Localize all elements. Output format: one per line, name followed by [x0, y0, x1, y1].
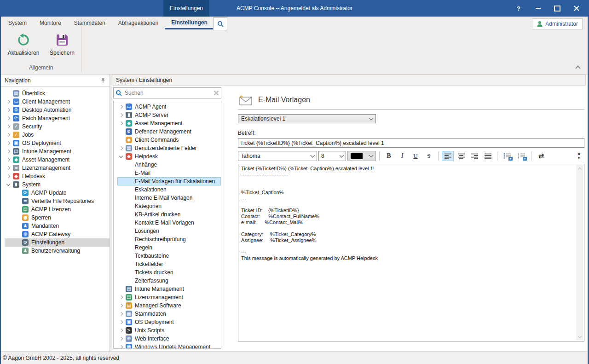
subject-input[interactable] [238, 138, 584, 148]
help-button[interactable]: ? [509, 0, 528, 17]
tree-item-acmp-lizenzen[interactable]: ▤ACMP Lizenzen [1, 205, 110, 214]
tree-item-einstellungen[interactable]: ⚙Einstellungen [1, 238, 110, 247]
tree-item-zeiterfassung[interactable]: Zeiterfassung [114, 277, 221, 285]
email-body-editor[interactable]: Ticket {%TicketID%} (%Ticket_Caption%) e… [238, 164, 584, 341]
tree-item-benutzerdefinierte-felder[interactable]: ▦Benutzerdefinierte Felder [114, 144, 221, 152]
numbered-list-button[interactable]: 1 2 3 ▾ [515, 151, 528, 161]
tree-item-web-interface[interactable]: ⊕Web Interface [114, 335, 221, 343]
tree-item-ticketfelder[interactable]: Ticketfelder [114, 260, 221, 268]
underline-button[interactable]: U [410, 151, 422, 161]
tree-item-client-management[interactable]: ▭Client Management [1, 98, 110, 106]
italic-button[interactable]: I [396, 151, 408, 161]
font-size-select[interactable]: 8 [318, 151, 346, 161]
tree-item-kontakt-e-mail-vorlagen[interactable]: Kontakt E-Mail Vorlagen [114, 219, 221, 227]
toolbar-overflow-button[interactable]: » ▾ [574, 150, 583, 162]
expand-icon[interactable] [117, 119, 126, 127]
menu-tab-einstellungen[interactable]: Einstellungen [165, 17, 214, 29]
ribbon-collapse-button[interactable] [574, 64, 582, 70]
tree-item-os-deployment[interactable]: ▣OS Deployment [1, 139, 110, 147]
user-badge[interactable]: Administrator [532, 18, 583, 29]
tree-item-asset-management[interactable]: ◆Asset Management [1, 156, 110, 164]
tree-item-defender-management[interactable]: ⚙Defender Management [114, 127, 221, 136]
tree-item-intune-management[interactable]: ▤Intune Management [1, 147, 110, 156]
align-left-button[interactable] [442, 151, 454, 161]
expand-icon[interactable] [5, 106, 13, 114]
collapse-icon[interactable] [5, 180, 13, 189]
tree-item-rechtschreibpr-fung[interactable]: Rechtschreibprüfung [114, 235, 221, 243]
tree-item-e-mail[interactable]: E-Mail [114, 169, 221, 177]
tree-item-managed-software[interactable]: ▤Managed Software [114, 301, 221, 310]
tree-item-asset-management[interactable]: ◆Asset Management [114, 119, 221, 127]
tree-item-anh-nge[interactable]: Anhänge [114, 161, 221, 169]
tree-item-patch-management[interactable]: ⟳Patch Management [1, 114, 110, 122]
scroll-down-icon[interactable] [576, 333, 583, 341]
expand-icon[interactable] [5, 114, 13, 122]
tree-item-regeln[interactable]: Regeln [114, 243, 221, 252]
tree-item-eskalationen[interactable]: Eskalationen [114, 185, 221, 194]
tree-item-security[interactable]: ✓Security [1, 122, 110, 131]
tree-item-benutzerverwaltung[interactable]: ♟Benutzerverwaltung [1, 247, 110, 255]
tree-item-acmp-server[interactable]: ▮ACMP Server [114, 111, 221, 119]
tree-item-acmp-gateway[interactable]: ⊕ACMP Gateway [1, 230, 110, 238]
expand-icon[interactable] [5, 147, 13, 156]
expand-icon[interactable] [117, 326, 126, 335]
expand-icon[interactable] [5, 98, 13, 106]
tree-item-windows-update-management[interactable]: ▦Windows Update Management [114, 343, 221, 349]
tree-item-interne-e-mail-vorlagen[interactable]: Interne E-Mail Vorlagen [114, 194, 221, 202]
minimize-button[interactable] [528, 0, 548, 17]
collapse-icon[interactable] [117, 152, 126, 161]
expand-icon[interactable] [117, 111, 126, 119]
tree-item-client-commands[interactable]: ◆Client Commands [114, 136, 221, 144]
clear-search-icon[interactable] [214, 90, 219, 96]
tree-item-stammdaten[interactable]: ▦Stammdaten [114, 310, 221, 318]
expand-icon[interactable] [117, 293, 126, 301]
strikethrough-button[interactable]: S [423, 151, 435, 161]
tree-item-sperren[interactable]: ●Sperren [1, 214, 110, 222]
tree-item-os-deployment[interactable]: ▣OS Deployment [114, 318, 221, 326]
menu-tab-monitore[interactable]: Monitore [33, 17, 68, 29]
tree-item-verteilte-file-repositories[interactable]: ≡Verteilte File Repositories [1, 197, 110, 205]
align-center-button[interactable] [455, 151, 467, 161]
tree-item-berblick[interactable]: ▦Überblick [1, 89, 110, 98]
tree-item-lizenzmanagement[interactable]: ≡Lizenzmanagement [1, 164, 110, 172]
word-wrap-button[interactable]: ⇄ [535, 151, 548, 161]
tree-item-system[interactable]: ▮System [1, 180, 110, 189]
menu-tab-abfrageaktionen[interactable]: Abfrageaktionen [112, 17, 165, 29]
justify-button[interactable] [482, 151, 494, 161]
editor-scrollbar[interactable] [576, 165, 583, 341]
expand-icon[interactable] [117, 144, 126, 152]
bold-button[interactable]: B [383, 151, 395, 161]
menu-tab-system[interactable]: System [2, 17, 33, 29]
titlebar-active-tab[interactable]: Einstellungen [163, 0, 209, 17]
tree-item-e-mail-vorlagen-f-r-eskalationen[interactable]: E-Mail Vorlagen für Eskalationen [114, 177, 221, 185]
scroll-up-icon[interactable] [576, 165, 583, 172]
expand-icon[interactable] [117, 301, 126, 310]
tree-item-tickets-drucken[interactable]: Tickets drucken [114, 268, 221, 277]
email-body-text[interactable]: Ticket {%TicketID%} (%Ticket_Caption%) e… [238, 164, 576, 341]
expand-icon[interactable] [117, 335, 126, 343]
tree-item-helpdesk[interactable]: ◆Helpdesk [1, 172, 110, 180]
search-input[interactable] [124, 89, 214, 97]
tree-item-unix-scripts[interactable]: >Unix Scripts [114, 326, 221, 335]
tree-item-l-sungen[interactable]: Lösungen [114, 227, 221, 235]
save-button[interactable]: Speichern [42, 31, 82, 64]
expand-icon[interactable] [117, 343, 126, 349]
menu-tab-stammdaten[interactable]: Stammdaten [68, 17, 112, 29]
align-right-button[interactable] [468, 151, 480, 161]
font-family-select[interactable]: Tahoma [238, 151, 317, 161]
tree-item-textbausteine[interactable]: Textbausteine [114, 252, 221, 260]
maximize-button[interactable] [548, 0, 567, 17]
tree-item-kategorien[interactable]: Kategorien [114, 202, 221, 210]
expand-icon[interactable] [117, 318, 126, 326]
expand-icon[interactable] [5, 139, 13, 147]
expand-icon[interactable] [5, 156, 13, 164]
tree-item-lizenzmanagement[interactable]: ▤Lizenzmanagement [114, 293, 221, 301]
pin-icon[interactable] [100, 77, 106, 83]
refresh-button[interactable]: Aktualisieren [4, 31, 43, 64]
escalation-level-select[interactable]: Eskalationslevel 1 [238, 114, 376, 123]
tree-item-helpdesk[interactable]: ◆Helpdesk [114, 152, 221, 161]
tree-item-desktop-automation[interactable]: ⚙Desktop Automation [1, 106, 110, 114]
tree-item-kb-artikel-drucken[interactable]: KB-Artikel drucken [114, 210, 221, 219]
tree-item-mandanten[interactable]: ♟Mandanten [1, 222, 110, 230]
bullet-list-button[interactable]: ▾ [501, 151, 514, 161]
